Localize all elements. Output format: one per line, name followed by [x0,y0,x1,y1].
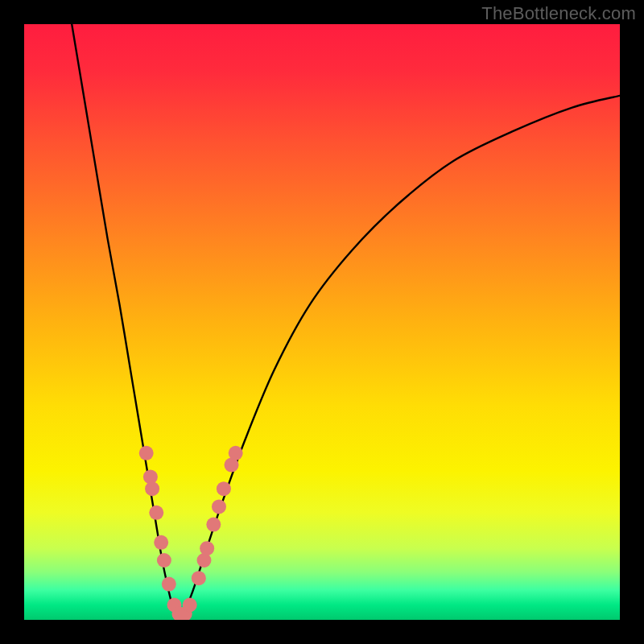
curve-left-branch [72,24,179,620]
curve-layer [24,24,620,620]
marker-dot [229,446,243,460]
marker-dot [200,541,214,555]
curve-right-branch [179,96,620,620]
marker-dot [217,481,231,496]
marker-dot [192,571,206,585]
marker-dot [162,577,176,592]
watermark-text: TheBottleneck.com [481,3,636,24]
marker-dot [183,598,197,613]
marker-dot [154,535,168,550]
chart-frame: TheBottleneck.com [0,0,644,644]
marker-dot [149,506,163,520]
marker-dot [212,499,226,514]
marker-dot [139,446,154,460]
marker-dot [145,481,159,496]
marker-dot [206,518,221,532]
plot-area [24,24,620,620]
marker-dot [157,553,171,568]
